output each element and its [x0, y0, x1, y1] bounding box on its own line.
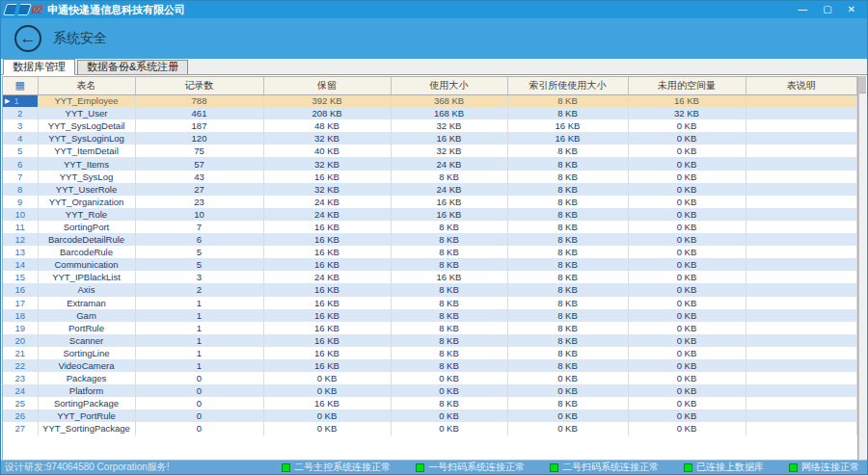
cell[interactable] — [746, 107, 857, 119]
row-number-cell[interactable]: 16 — [3, 283, 38, 296]
cell[interactable]: 16 KB — [263, 322, 391, 334]
table-row[interactable]: 15YYT_IPBlackList324 KB16 KB8 KB0 KB — [3, 271, 857, 283]
cell[interactable]: 0 — [135, 422, 263, 435]
cell[interactable]: 2 — [135, 283, 263, 296]
table-row[interactable]: 3YYT_SysLogDetail18748 KB32 KB16 KB0 KB — [3, 119, 857, 132]
cell[interactable]: Packages — [38, 372, 135, 384]
cell[interactable]: 0 KB — [628, 347, 746, 359]
cell[interactable] — [746, 221, 857, 233]
cell[interactable]: 48 KB — [263, 119, 391, 132]
cell[interactable] — [746, 196, 857, 208]
cell[interactable]: 8 KB — [507, 258, 628, 271]
row-number-cell[interactable]: 22 — [3, 359, 38, 372]
row-number-cell[interactable]: 20 — [3, 334, 38, 347]
cell[interactable]: 0 KB — [391, 384, 507, 397]
cell[interactable] — [746, 183, 857, 196]
header-select-all[interactable]: ▦ — [3, 77, 38, 94]
cell[interactable]: 0 KB — [628, 145, 746, 157]
cell[interactable]: 1 — [135, 322, 263, 334]
cell[interactable]: Communication — [38, 258, 135, 271]
minimize-button[interactable]: — — [798, 5, 807, 14]
cell[interactable]: 8 KB — [507, 334, 628, 347]
cell[interactable]: 0 KB — [628, 297, 746, 309]
cell[interactable]: 1 — [135, 347, 263, 359]
tab-database-management[interactable]: 数据库管理 — [3, 59, 75, 75]
cell[interactable]: YYT_SysLoginLog — [38, 132, 135, 145]
cell[interactable] — [746, 258, 857, 271]
row-number-cell[interactable]: 5 — [3, 145, 38, 157]
row-number-cell[interactable]: 26 — [3, 409, 38, 422]
cell[interactable]: 0 KB — [628, 119, 746, 132]
cell[interactable]: SortingLine — [38, 347, 135, 359]
cell[interactable]: SortingPort — [38, 221, 135, 233]
cell[interactable]: 0 KB — [507, 372, 628, 384]
cell[interactable]: 0 KB — [628, 233, 746, 246]
cell[interactable]: YYT_User — [38, 107, 135, 119]
cell[interactable]: 32 KB — [263, 157, 391, 170]
cell[interactable] — [746, 283, 857, 296]
row-number-cell[interactable]: 9 — [3, 196, 38, 208]
row-number-cell[interactable]: 24 — [3, 384, 38, 397]
cell[interactable] — [746, 322, 857, 334]
cell[interactable]: 8 KB — [507, 157, 628, 170]
cell[interactable] — [746, 208, 857, 221]
table-row[interactable]: 4YYT_SysLoginLog12032 KB16 KB16 KB0 KB — [3, 132, 857, 145]
cell[interactable]: 0 KB — [628, 258, 746, 271]
cell[interactable]: 8 KB — [507, 283, 628, 296]
cell[interactable]: 8 KB — [391, 221, 507, 233]
table-row[interactable]: 7YYT_SysLog4316 KB8 KB8 KB0 KB — [3, 171, 857, 183]
cell[interactable]: 0 KB — [628, 409, 746, 422]
cell[interactable]: 40 KB — [263, 145, 391, 157]
row-number-cell[interactable]: 2 — [3, 107, 38, 119]
table-row[interactable]: 16Axis216 KB8 KB8 KB0 KB — [3, 283, 857, 296]
cell[interactable] — [746, 233, 857, 246]
cell[interactable]: YYT_Employee — [38, 94, 135, 107]
cell[interactable]: Axis — [38, 283, 135, 296]
cell[interactable]: 16 KB — [507, 132, 628, 145]
cell[interactable]: 8 KB — [391, 359, 507, 372]
cell[interactable]: 8 KB — [507, 347, 628, 359]
cell[interactable]: 24 KB — [391, 157, 507, 170]
row-number-cell[interactable]: 25 — [3, 397, 38, 409]
cell[interactable]: 27 — [135, 183, 263, 196]
cell[interactable]: 368 KB — [391, 94, 507, 107]
cell[interactable]: YYT_Role — [38, 208, 135, 221]
table-row[interactable]: 2YYT_User461208 KB168 KB8 KB32 KB — [3, 107, 857, 119]
cell[interactable]: 43 — [135, 171, 263, 183]
cell[interactable]: 0 KB — [628, 271, 746, 283]
cell[interactable]: 1 — [135, 359, 263, 372]
table-row[interactable]: 10YYT_Role1024 KB16 KB8 KB0 KB — [3, 208, 857, 221]
cell[interactable]: 16 KB — [263, 258, 391, 271]
cell[interactable]: YYT_Items — [38, 157, 135, 170]
row-number-cell[interactable]: 21 — [3, 347, 38, 359]
cell[interactable]: 16 KB — [263, 221, 391, 233]
row-number-cell[interactable]: 10 — [3, 208, 38, 221]
cell[interactable]: 0 KB — [628, 309, 746, 322]
cell[interactable]: 32 KB — [263, 132, 391, 145]
table-row[interactable]: ▶1YYT_Employee788392 KB368 KB8 KB16 KB — [3, 94, 857, 107]
row-number-cell[interactable]: 3 — [3, 119, 38, 132]
cell[interactable]: 8 KB — [391, 171, 507, 183]
cell[interactable]: 0 KB — [628, 283, 746, 296]
cell[interactable]: YYT_SortingPackage — [38, 422, 135, 435]
cell[interactable]: 16 KB — [391, 271, 507, 283]
cell[interactable]: 8 KB — [507, 183, 628, 196]
cell[interactable]: 208 KB — [263, 107, 391, 119]
cell[interactable]: 0 KB — [628, 208, 746, 221]
cell[interactable] — [746, 347, 857, 359]
cell[interactable]: YYT_Organization — [38, 196, 135, 208]
cell[interactable]: 32 KB — [628, 107, 746, 119]
cell[interactable]: 23 — [135, 196, 263, 208]
cell[interactable]: 16 KB — [263, 309, 391, 322]
cell[interactable]: BarcodeDetailRule — [38, 233, 135, 246]
row-number-cell[interactable]: 4 — [3, 132, 38, 145]
table-row[interactable]: 23Packages00 KB0 KB0 KB0 KB — [3, 372, 857, 384]
row-number-cell[interactable]: ▶1 — [3, 94, 38, 107]
cell[interactable]: 8 KB — [391, 309, 507, 322]
cell[interactable]: 16 KB — [507, 119, 628, 132]
cell[interactable]: 8 KB — [507, 359, 628, 372]
cell[interactable]: 8 KB — [507, 171, 628, 183]
cell[interactable]: 5 — [135, 258, 263, 271]
column-header-reserved[interactable]: 保留 — [263, 77, 391, 94]
cell[interactable]: 0 KB — [628, 359, 746, 372]
